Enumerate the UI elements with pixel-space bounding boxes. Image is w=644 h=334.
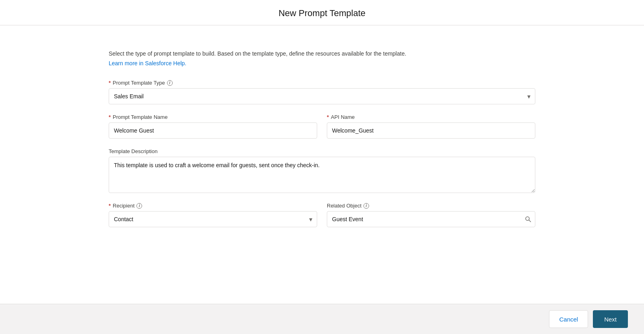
template-description-textarea[interactable]: This template is used to craft a welcome…: [109, 157, 535, 193]
prompt-template-name-group: * Prompt Template Name: [109, 114, 317, 139]
modal-content: Select the type of prompt template to bu…: [0, 25, 644, 304]
required-star-recipient: *: [109, 203, 111, 209]
name-api-row: * Prompt Template Name * API Name: [109, 114, 535, 139]
recipient-select-wrapper: Contact Lead User ▾: [109, 211, 317, 227]
prompt-template-name-label: Prompt Template Name: [113, 114, 167, 120]
related-object-label-row: Related Object i: [327, 203, 535, 209]
learn-more-link[interactable]: Learn more in Salesforce Help.: [109, 60, 186, 66]
cancel-button[interactable]: Cancel: [549, 310, 588, 328]
recipient-group: * Recipient i Contact Lead User ▾: [109, 203, 317, 227]
prompt-template-type-group: * Prompt Template Type i Sales Email Cus…: [109, 80, 535, 104]
recipient-label: Recipient: [113, 203, 134, 209]
prompt-template-name-label-row: * Prompt Template Name: [109, 114, 317, 120]
related-object-info-icon[interactable]: i: [363, 203, 369, 209]
description-text: Select the type of prompt template to bu…: [109, 50, 535, 58]
prompt-template-type-select-wrapper: Sales Email Custom Field Generation Flex…: [109, 88, 535, 104]
recipient-label-row: * Recipient i: [109, 203, 317, 209]
related-object-search-wrapper: [327, 211, 535, 227]
next-button[interactable]: Next: [593, 310, 628, 328]
svg-line-1: [529, 220, 531, 222]
api-name-group: * API Name: [327, 114, 535, 139]
api-name-input[interactable]: [327, 122, 535, 139]
modal-footer: Cancel Next: [0, 304, 644, 334]
prompt-template-type-row: * Prompt Template Type i Sales Email Cus…: [109, 80, 535, 104]
related-object-group: Related Object i: [327, 203, 535, 227]
template-description-label-row: Template Description: [109, 148, 535, 154]
required-star-api: *: [327, 114, 329, 120]
search-icon: [525, 216, 531, 222]
related-object-input[interactable]: [327, 211, 535, 227]
form-section: * Prompt Template Type i Sales Email Cus…: [109, 80, 535, 227]
template-description-group: Template Description This template is us…: [109, 148, 535, 193]
modal-header: New Prompt Template: [0, 0, 644, 25]
required-star: *: [109, 80, 111, 86]
recipient-select[interactable]: Contact Lead User: [109, 211, 317, 227]
required-star-name: *: [109, 114, 111, 120]
prompt-template-type-info-icon[interactable]: i: [167, 80, 173, 86]
related-object-label: Related Object: [327, 203, 361, 209]
prompt-template-type-label-row: * Prompt Template Type i: [109, 80, 535, 86]
prompt-template-type-select[interactable]: Sales Email Custom Field Generation Flex: [109, 88, 535, 104]
page-title: New Prompt Template: [279, 8, 365, 18]
description-row: Template Description This template is us…: [109, 148, 535, 193]
prompt-template-type-label: Prompt Template Type: [113, 80, 165, 86]
related-object-search-button[interactable]: [525, 216, 531, 222]
template-description-label: Template Description: [109, 148, 157, 154]
recipient-info-icon[interactable]: i: [136, 203, 142, 209]
api-name-label-row: * API Name: [327, 114, 535, 120]
recipient-related-row: * Recipient i Contact Lead User ▾ Relate…: [109, 203, 535, 227]
api-name-label: API Name: [331, 114, 355, 120]
prompt-template-name-input[interactable]: [109, 122, 317, 139]
